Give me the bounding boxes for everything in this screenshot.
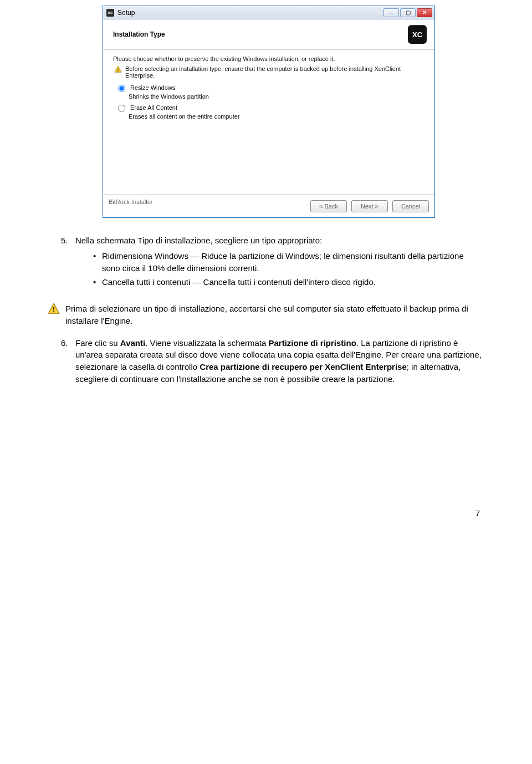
document-body: 5. Nella schermata Tipo di installazione… — [50, 235, 482, 519]
radio-erase[interactable] — [118, 105, 125, 112]
option-resize-label: Resize Windows — [130, 84, 175, 91]
option-erase-label: Erase All Content — [130, 104, 177, 111]
option-resize[interactable]: Resize Windows Shrinks the Windows parti… — [115, 83, 424, 100]
prompt-text: Please choose whether to preserve the ex… — [113, 55, 424, 62]
list-item-6: 6. Fare clic su Avanti. Viene visualizza… — [61, 337, 482, 385]
header-title: Installation Type — [113, 30, 165, 38]
bullet-resize: Ridimensiona Windows — Riduce la partizi… — [90, 250, 482, 274]
option-erase-desc: Erases all content on the entire compute… — [129, 113, 424, 120]
list-item-5: 5. Nella schermata Tipo di installazione… — [61, 235, 482, 295]
page-number: 7 — [50, 507, 482, 519]
wizard-footer: BitRock Installer < Back Next > Cancel — [103, 194, 434, 217]
item-number: 6. — [61, 337, 75, 385]
app-icon: xc — [106, 9, 114, 17]
footer-brand: BitRock Installer — [109, 198, 306, 205]
doc-warning-text: Prima di selezionare un tipo di installa… — [65, 303, 482, 327]
xc-logo: XC — [408, 25, 427, 44]
warning-icon: ! — [114, 65, 122, 73]
bullet-erase: Cancella tutti i contenuti — Cancella tu… — [90, 276, 482, 288]
doc-warning: ! Prima di selezionare un tipo di instal… — [48, 303, 482, 327]
item5-lead: Nella schermata Tipo di installazione, s… — [75, 236, 322, 245]
window-title: Setup — [117, 9, 383, 17]
minimize-button[interactable]: – — [383, 8, 399, 17]
svg-text:!: ! — [117, 68, 119, 73]
close-button[interactable]: ✕ — [417, 8, 432, 17]
option-erase[interactable]: Erase All Content Erases all content on … — [115, 103, 424, 120]
wizard-header: Installation Type XC — [103, 19, 434, 50]
warning-icon: ! — [48, 303, 60, 315]
maximize-button[interactable]: ▢ — [400, 8, 416, 17]
option-resize-desc: Shrinks the Windows partition — [129, 93, 424, 100]
cancel-button[interactable]: Cancel — [392, 200, 429, 212]
inline-warning-text: Before selecting an installation type, e… — [125, 65, 424, 79]
item6-content: Fare clic su Avanti. Viene visualizzata … — [75, 337, 482, 385]
radio-resize[interactable] — [118, 85, 125, 92]
wizard-body: Please choose whether to preserve the ex… — [103, 50, 434, 194]
next-button[interactable]: Next > — [351, 200, 388, 212]
installer-window: xc Setup – ▢ ✕ Installation Type XC Plea… — [103, 6, 435, 218]
titlebar[interactable]: xc Setup – ▢ ✕ — [103, 6, 434, 19]
svg-text:!: ! — [53, 306, 55, 314]
back-button[interactable]: < Back — [310, 200, 347, 212]
item-number: 5. — [61, 235, 75, 295]
inline-warning: ! Before selecting an installation type,… — [114, 65, 424, 79]
